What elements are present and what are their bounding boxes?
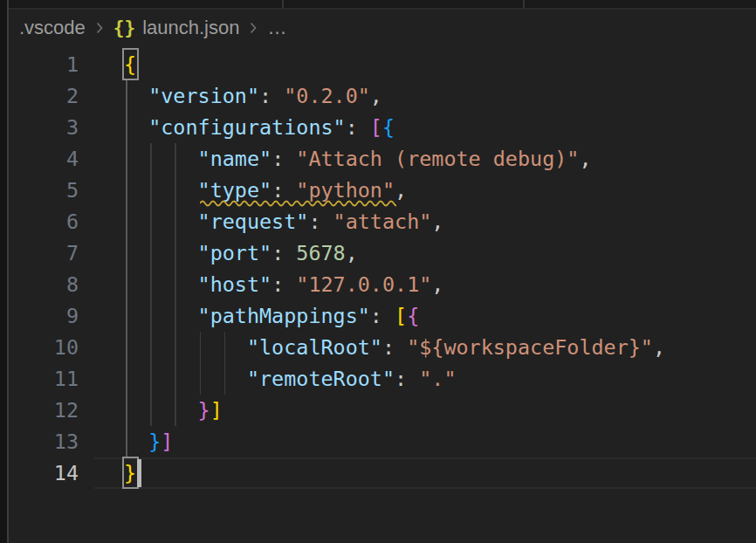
line-number[interactable]: 4 — [9, 143, 79, 175]
line-number[interactable]: 3 — [9, 112, 79, 143]
breadcrumb: .vscode {} launch.json … — [9, 11, 756, 45]
editor-group-sash[interactable] — [0, 0, 9, 543]
code-text: "request": "attach", — [124, 206, 443, 237]
line-number[interactable]: 9 — [9, 300, 79, 332]
code-text: }] — [124, 395, 223, 426]
chevron-right-icon — [92, 19, 107, 37]
code-text: { — [124, 49, 136, 80]
line-number[interactable]: 7 — [9, 237, 79, 269]
tab-bar — [9, 0, 756, 10]
code-text: "version": "0.2.0", — [124, 80, 382, 112]
code-line[interactable]: 9 "pathMappings": [{ — [9, 300, 756, 332]
code-text: "host": "127.0.0.1", — [124, 269, 443, 300]
breadcrumb-file[interactable]: launch.json — [142, 17, 239, 39]
code-line[interactable]: 14} — [9, 457, 756, 489]
warning-squiggle-icon — [200, 199, 397, 207]
line-number[interactable]: 6 — [9, 206, 79, 237]
line-number[interactable]: 12 — [9, 395, 79, 426]
code-text: } — [124, 457, 136, 489]
code-line[interactable]: 1{ — [9, 49, 756, 80]
code-line[interactable]: 7 "port": 5678, — [9, 237, 756, 269]
code-text: "port": 5678, — [124, 237, 358, 269]
chevron-right-icon — [245, 19, 261, 37]
code-line[interactable]: 13 }] — [9, 426, 756, 457]
breadcrumb-symbol-ellipsis[interactable]: … — [267, 17, 286, 39]
line-number[interactable]: 2 — [9, 80, 79, 112]
line-number[interactable]: 10 — [9, 332, 79, 363]
code-line[interactable]: 12 }] — [9, 395, 756, 426]
line-number[interactable]: 13 — [9, 426, 79, 457]
line-number[interactable]: 1 — [9, 49, 79, 80]
json-braces-icon: {} — [113, 17, 135, 38]
text-cursor — [137, 459, 141, 487]
code-line[interactable]: 6 "request": "attach", — [9, 206, 756, 237]
code-line[interactable]: 4 "name": "Attach (remote debug)", — [9, 143, 756, 175]
code-text: "pathMappings": [{ — [124, 300, 419, 332]
editor[interactable]: 1{2 "version": "0.2.0",3 "configurations… — [9, 0, 756, 543]
code-text: "localRoot": "${workspaceFolder}", — [124, 332, 665, 363]
code-line[interactable]: 8 "host": "127.0.0.1", — [9, 269, 756, 300]
code-text: "remoteRoot": "." — [124, 363, 457, 395]
line-number[interactable]: 5 — [9, 175, 79, 206]
code-line[interactable]: 3 "configurations": [{ — [9, 112, 756, 143]
tab-divider — [523, 0, 525, 8]
code-text: "configurations": [{ — [124, 112, 395, 143]
tab-divider — [282, 0, 284, 8]
code-line[interactable]: 10 "localRoot": "${workspaceFolder}", — [9, 332, 756, 363]
line-number[interactable]: 11 — [9, 363, 79, 395]
code-line[interactable]: 11 "remoteRoot": "." — [9, 363, 756, 395]
line-number[interactable]: 8 — [9, 269, 79, 300]
breadcrumb-folder[interactable]: .vscode — [19, 17, 86, 39]
code-text: }] — [124, 426, 173, 457]
code-line[interactable]: 2 "version": "0.2.0", — [9, 80, 756, 112]
code-text: "name": "Attach (remote debug)", — [124, 143, 592, 175]
line-number[interactable]: 14 — [9, 457, 79, 489]
